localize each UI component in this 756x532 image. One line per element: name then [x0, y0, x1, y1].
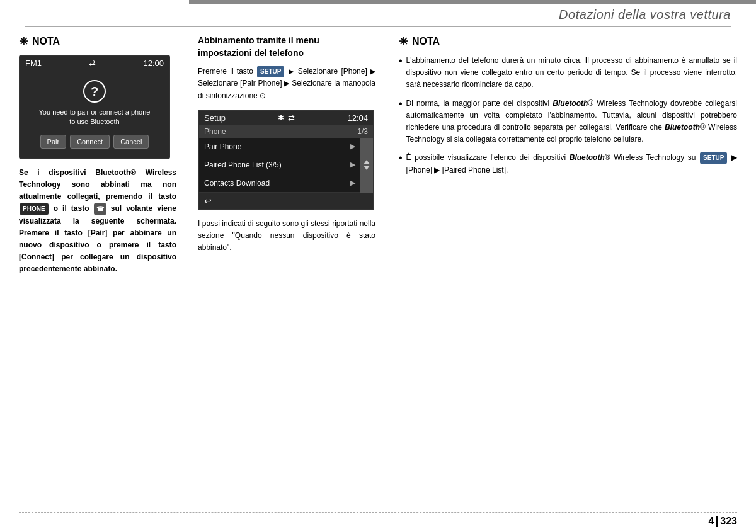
- footer: 4 323: [0, 507, 756, 532]
- fm1-arrows-icon: ⇄: [89, 59, 96, 68]
- right-column: ✳ NOTA • L'abbinamento del telefono dure…: [387, 35, 737, 501]
- fm1-screen: FM1 ⇄ 12:00 ? You need to pair or connec…: [19, 55, 170, 159]
- setup-title: Setup: [204, 113, 226, 123]
- scroll-down-icon: [364, 166, 370, 170]
- bullet-item-1: • L'abbinamento del telefono durerà un m…: [399, 55, 737, 91]
- section-heading: Abbinamento tramite il menu impostazioni…: [198, 35, 375, 59]
- question-icon: ?: [83, 80, 106, 103]
- nota-heading-left: ✳ NOTA: [19, 35, 176, 48]
- paired-list-arrow: ▶: [350, 161, 355, 169]
- header-line: [25, 26, 731, 27]
- fm1-buttons: Pair Connect Cancel: [40, 135, 149, 149]
- page-title: Dotazioni della vostra vettura: [559, 8, 731, 22]
- setup-time: 12:04: [347, 113, 368, 123]
- knob-symbol: ⊙: [260, 91, 266, 100]
- mid-footer-text: I passi indicati di seguito sono gli ste…: [198, 218, 375, 254]
- back-arrow-icon: ↩: [204, 196, 212, 206]
- pair-phone-arrow: ▶: [350, 142, 355, 150]
- contacts-label: Contacts Download: [204, 179, 270, 188]
- header-bar: [189, 0, 756, 4]
- phone-icon: ☎: [94, 203, 106, 215]
- setup-menu-area: Pair Phone ▶ Paired Phone List (3/5) ▶ C…: [199, 138, 373, 193]
- right-bullets: • L'abbinamento del telefono durerà un m…: [399, 55, 737, 176]
- footer-page-num: 323: [718, 516, 737, 527]
- fm1-message: You need to pair or connect a phoneto us…: [39, 108, 151, 127]
- setup-phone-label: Phone: [204, 127, 226, 136]
- setup-subtitle-row: Phone 1/3: [199, 125, 373, 138]
- setup-menu-list: Pair Phone ▶ Paired Phone List (3/5) ▶ C…: [199, 138, 360, 193]
- bullet-text-3: È possibile visualizzare l'elenco dei di…: [406, 152, 737, 176]
- fm1-time: 12:00: [143, 59, 164, 68]
- phone-badge: PHONE: [20, 203, 49, 215]
- fm1-screen-header: FM1 ⇄ 12:00: [20, 56, 169, 71]
- pair-button[interactable]: Pair: [40, 135, 67, 149]
- contacts-arrow: ▶: [350, 179, 355, 187]
- asterisk-icon-right: ✳: [399, 35, 408, 48]
- bullet-text-1: L'abbinamento del telefono durerà un min…: [406, 55, 737, 91]
- paired-list-label: Paired Phone List (3/5): [204, 161, 282, 169]
- footer-vline: [699, 507, 699, 532]
- menu-item-contacts[interactable]: Contacts Download ▶: [199, 174, 360, 193]
- left-column: ✳ NOTA FM1 ⇄ 12:00 ? You need to pair or…: [19, 35, 186, 501]
- connect-button[interactable]: Connect: [70, 135, 110, 149]
- bullet-dot-2: •: [399, 98, 403, 110]
- menu-item-pair-phone[interactable]: Pair Phone ▶: [199, 138, 360, 156]
- setup-header-icons: ✱ ⇄: [278, 113, 295, 123]
- bullet-text-2: Di norma, la maggior parte dei dispositi…: [406, 98, 737, 146]
- setup-badge-right: SETUP: [700, 152, 727, 164]
- menu-item-paired-list[interactable]: Paired Phone List (3/5) ▶: [199, 156, 360, 174]
- scroll-indicator: [360, 138, 373, 193]
- scroll-up-icon: [364, 160, 370, 164]
- content-area: ✳ NOTA FM1 ⇄ 12:00 ? You need to pair or…: [19, 35, 737, 501]
- cancel-button[interactable]: Cancel: [113, 135, 149, 149]
- footer-page: 4 323: [708, 516, 737, 527]
- left-body-text: Se i dispositivi Bluetooth® Wireless Tec…: [19, 167, 176, 276]
- setup-screen-header: Setup ✱ ⇄ 12:04: [199, 111, 373, 125]
- bullet-dot-3: •: [399, 152, 403, 164]
- setup-screen: Setup ✱ ⇄ 12:04 Phone 1/3 Pair Phone ▶: [198, 110, 374, 210]
- pair-phone-label: Pair Phone: [204, 142, 241, 151]
- setup-badge-mid: SETUP: [257, 66, 284, 77]
- middle-column: Abbinamento tramite il menu impostazioni…: [186, 35, 387, 501]
- nota-label-right: NOTA: [412, 36, 440, 47]
- bluetooth-icon: ✱: [278, 113, 284, 122]
- setup-back-row: ↩: [199, 193, 373, 209]
- arrows-icon: ⇄: [288, 113, 295, 123]
- asterisk-icon-left: ✳: [19, 35, 28, 48]
- nota-label-left: NOTA: [32, 36, 60, 47]
- footer-chapter: 4: [708, 516, 718, 527]
- nota-heading-right: ✳ NOTA: [399, 35, 737, 48]
- setup-page-indicator: 1/3: [357, 127, 368, 136]
- mid-intro-text: Premere il tasto SETUP ▶ Selezionare [Ph…: [198, 65, 375, 102]
- fm1-label: FM1: [25, 59, 42, 68]
- bullet-item-3: • È possibile visualizzare l'elenco dei …: [399, 152, 737, 176]
- footer-line: [19, 512, 737, 513]
- fm1-screen-body: ? You need to pair or connect a phoneto …: [20, 71, 169, 158]
- bullet-dot-1: •: [399, 55, 403, 67]
- bullet-item-2: • Di norma, la maggior parte dei disposi…: [399, 98, 737, 146]
